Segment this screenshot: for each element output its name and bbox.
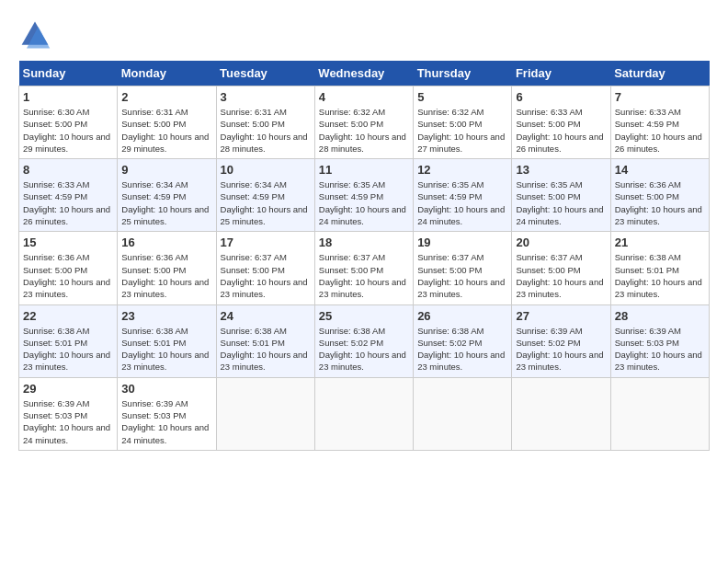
day-info: Sunrise: 6:31 AMSunset: 5:00 PMDaylight:… [121, 106, 211, 155]
day-cell-6: 6Sunrise: 6:33 AMSunset: 5:00 PMDaylight… [512, 86, 610, 159]
day-number: 28 [615, 309, 705, 323]
day-info: Sunrise: 6:39 AMSunset: 5:03 PMDaylight:… [121, 397, 211, 446]
day-number: 12 [417, 163, 507, 177]
day-header-tuesday: Tuesday [216, 61, 314, 86]
day-number: 15 [23, 236, 113, 249]
day-number: 2 [121, 90, 211, 104]
day-number: 21 [615, 236, 705, 249]
day-number: 4 [319, 90, 409, 104]
empty-cell [414, 377, 512, 450]
calendar-table: SundayMondayTuesdayWednesdayThursdayFrid… [18, 61, 710, 451]
day-cell-23: 23Sunrise: 6:38 AMSunset: 5:01 PMDayligh… [118, 304, 216, 377]
logo [18, 18, 55, 52]
day-header-wednesday: Wednesday [314, 61, 413, 86]
day-info: Sunrise: 6:38 AMSunset: 5:02 PMDaylight:… [417, 325, 507, 373]
day-number: 19 [417, 236, 507, 249]
day-cell-29: 29Sunrise: 6:39 AMSunset: 5:03 PMDayligh… [19, 377, 118, 450]
day-cell-19: 19Sunrise: 6:37 AMSunset: 5:00 PMDayligh… [414, 232, 512, 304]
day-number: 20 [516, 236, 606, 249]
day-cell-3: 3Sunrise: 6:31 AMSunset: 5:00 PMDaylight… [216, 86, 314, 159]
day-info: Sunrise: 6:34 AMSunset: 4:59 PMDaylight:… [121, 178, 211, 227]
day-number: 25 [319, 309, 409, 323]
day-number: 17 [221, 236, 311, 249]
day-info: Sunrise: 6:37 AMSunset: 5:00 PMDaylight:… [417, 251, 507, 300]
day-cell-21: 21Sunrise: 6:38 AMSunset: 5:01 PMDayligh… [610, 232, 709, 304]
day-cell-16: 16Sunrise: 6:36 AMSunset: 5:00 PMDayligh… [118, 232, 216, 304]
day-number: 23 [121, 309, 211, 323]
day-header-monday: Monday [118, 61, 216, 86]
day-number: 29 [23, 382, 113, 396]
day-info: Sunrise: 6:37 AMSunset: 5:00 PMDaylight:… [319, 251, 409, 300]
day-info: Sunrise: 6:35 AMSunset: 4:59 PMDaylight:… [319, 178, 409, 227]
day-cell-7: 7Sunrise: 6:33 AMSunset: 4:59 PMDaylight… [610, 86, 709, 159]
day-number: 30 [121, 382, 211, 396]
day-number: 5 [417, 90, 507, 104]
day-info: Sunrise: 6:37 AMSunset: 5:00 PMDaylight:… [221, 251, 311, 300]
day-info: Sunrise: 6:36 AMSunset: 5:00 PMDaylight:… [23, 251, 113, 300]
day-info: Sunrise: 6:35 AMSunset: 4:59 PMDaylight:… [417, 178, 507, 227]
day-info: Sunrise: 6:33 AMSunset: 4:59 PMDaylight:… [23, 178, 113, 227]
day-cell-5: 5Sunrise: 6:32 AMSunset: 5:00 PMDaylight… [414, 86, 512, 159]
day-number: 24 [221, 309, 311, 323]
day-info: Sunrise: 6:35 AMSunset: 5:00 PMDaylight:… [516, 178, 606, 227]
day-number: 7 [615, 90, 705, 104]
day-cell-13: 13Sunrise: 6:35 AMSunset: 5:00 PMDayligh… [512, 159, 610, 232]
day-cell-24: 24Sunrise: 6:38 AMSunset: 5:01 PMDayligh… [216, 304, 314, 377]
day-info: Sunrise: 6:33 AMSunset: 5:00 PMDaylight:… [516, 106, 606, 155]
day-info: Sunrise: 6:34 AMSunset: 4:59 PMDaylight:… [221, 178, 311, 227]
day-number: 3 [221, 90, 311, 104]
day-number: 11 [319, 163, 409, 177]
day-info: Sunrise: 6:39 AMSunset: 5:03 PMDaylight:… [23, 397, 113, 446]
day-cell-2: 2Sunrise: 6:31 AMSunset: 5:00 PMDaylight… [118, 86, 216, 159]
day-header-sunday: Sunday [19, 61, 118, 86]
day-cell-15: 15Sunrise: 6:36 AMSunset: 5:00 PMDayligh… [19, 232, 118, 304]
day-info: Sunrise: 6:32 AMSunset: 5:00 PMDaylight:… [417, 106, 507, 155]
day-info: Sunrise: 6:32 AMSunset: 5:00 PMDaylight:… [319, 106, 409, 155]
day-cell-10: 10Sunrise: 6:34 AMSunset: 4:59 PMDayligh… [216, 159, 314, 232]
day-cell-11: 11Sunrise: 6:35 AMSunset: 4:59 PMDayligh… [314, 159, 413, 232]
day-number: 18 [319, 236, 409, 249]
day-cell-17: 17Sunrise: 6:37 AMSunset: 5:00 PMDayligh… [216, 232, 314, 304]
day-info: Sunrise: 6:30 AMSunset: 5:00 PMDaylight:… [23, 106, 113, 155]
day-info: Sunrise: 6:38 AMSunset: 5:01 PMDaylight:… [23, 325, 113, 373]
day-cell-14: 14Sunrise: 6:36 AMSunset: 5:00 PMDayligh… [610, 159, 709, 232]
day-info: Sunrise: 6:38 AMSunset: 5:02 PMDaylight:… [319, 325, 409, 373]
day-info: Sunrise: 6:38 AMSunset: 5:01 PMDaylight:… [221, 325, 311, 373]
day-cell-8: 8Sunrise: 6:33 AMSunset: 4:59 PMDaylight… [19, 159, 118, 232]
day-cell-22: 22Sunrise: 6:38 AMSunset: 5:01 PMDayligh… [19, 304, 118, 377]
page-header [18, 18, 710, 52]
day-cell-28: 28Sunrise: 6:39 AMSunset: 5:03 PMDayligh… [610, 304, 709, 377]
empty-cell [314, 377, 413, 450]
day-info: Sunrise: 6:37 AMSunset: 5:00 PMDaylight:… [516, 251, 606, 300]
day-header-saturday: Saturday [610, 61, 709, 86]
day-header-friday: Friday [512, 61, 610, 86]
day-number: 1 [23, 90, 113, 104]
day-cell-20: 20Sunrise: 6:37 AMSunset: 5:00 PMDayligh… [512, 232, 610, 304]
empty-cell [216, 377, 314, 450]
day-number: 27 [516, 309, 606, 323]
day-info: Sunrise: 6:36 AMSunset: 5:00 PMDaylight:… [121, 251, 211, 300]
day-cell-27: 27Sunrise: 6:39 AMSunset: 5:02 PMDayligh… [512, 304, 610, 377]
day-info: Sunrise: 6:38 AMSunset: 5:01 PMDaylight:… [121, 325, 211, 373]
day-cell-1: 1Sunrise: 6:30 AMSunset: 5:00 PMDaylight… [19, 86, 118, 159]
day-cell-4: 4Sunrise: 6:32 AMSunset: 5:00 PMDaylight… [314, 86, 413, 159]
day-cell-26: 26Sunrise: 6:38 AMSunset: 5:02 PMDayligh… [414, 304, 512, 377]
day-number: 9 [121, 163, 211, 177]
day-cell-12: 12Sunrise: 6:35 AMSunset: 4:59 PMDayligh… [414, 159, 512, 232]
logo-icon [18, 18, 51, 52]
day-info: Sunrise: 6:39 AMSunset: 5:02 PMDaylight:… [516, 325, 606, 373]
day-cell-18: 18Sunrise: 6:37 AMSunset: 5:00 PMDayligh… [314, 232, 413, 304]
day-info: Sunrise: 6:31 AMSunset: 5:00 PMDaylight:… [221, 106, 311, 155]
day-number: 10 [221, 163, 311, 177]
day-header-row: SundayMondayTuesdayWednesdayThursdayFrid… [19, 61, 710, 86]
empty-cell [610, 377, 709, 450]
day-number: 26 [417, 309, 507, 323]
day-info: Sunrise: 6:39 AMSunset: 5:03 PMDaylight:… [615, 325, 705, 373]
day-number: 16 [121, 236, 211, 249]
day-info: Sunrise: 6:38 AMSunset: 5:01 PMDaylight:… [615, 251, 705, 300]
day-info: Sunrise: 6:36 AMSunset: 5:00 PMDaylight:… [615, 178, 705, 227]
day-info: Sunrise: 6:33 AMSunset: 4:59 PMDaylight:… [615, 106, 705, 155]
day-number: 22 [23, 309, 113, 323]
empty-cell [512, 377, 610, 450]
day-cell-30: 30Sunrise: 6:39 AMSunset: 5:03 PMDayligh… [118, 377, 216, 450]
